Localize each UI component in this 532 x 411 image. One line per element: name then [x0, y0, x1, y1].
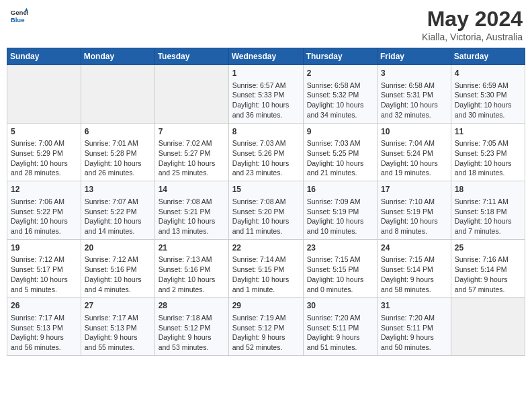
cell-text: Sunrise: 7:14 AM	[232, 255, 300, 265]
cell-text: and 25 minutes.	[159, 168, 225, 178]
cell-text: Sunset: 5:16 PM	[159, 265, 225, 275]
cell-text: and 8 minutes.	[381, 226, 447, 236]
cell-text: and 23 minutes.	[232, 168, 300, 178]
day-number: 8	[232, 126, 300, 138]
cell-text: and 57 minutes.	[455, 285, 521, 295]
cell-text: Daylight: 10 hours	[85, 275, 151, 285]
cell-text: Sunrise: 6:59 AM	[455, 81, 521, 91]
day-number: 12	[11, 184, 77, 195]
cell-text: Daylight: 10 hours	[307, 100, 373, 110]
cell-text: Daylight: 10 hours	[85, 216, 151, 226]
day-number: 1	[232, 68, 300, 79]
cell-text: Sunrise: 7:10 AM	[381, 197, 447, 207]
calendar-cell: 15Sunrise: 7:08 AMSunset: 5:20 PMDayligh…	[228, 181, 303, 240]
cell-text: Sunrise: 6:58 AM	[381, 81, 447, 91]
cell-text: Sunrise: 7:09 AM	[307, 197, 373, 207]
cell-text: Sunrise: 7:08 AM	[159, 197, 225, 207]
cell-text: and 11 minutes.	[232, 226, 300, 236]
cell-text: Sunrise: 6:58 AM	[307, 81, 373, 91]
cell-text: Sunset: 5:12 PM	[159, 323, 225, 333]
calendar-cell: 29Sunrise: 7:19 AMSunset: 5:12 PMDayligh…	[228, 298, 303, 356]
cell-text: Sunrise: 7:15 AM	[381, 255, 447, 265]
cell-text: and 50 minutes.	[381, 342, 447, 353]
cell-text: Daylight: 10 hours	[85, 158, 151, 169]
cell-text: and 0 minutes.	[307, 285, 373, 295]
cell-text: Daylight: 10 hours	[455, 100, 521, 110]
column-header-tuesday: Tuesday	[154, 48, 228, 65]
cell-text: and 13 minutes.	[159, 226, 225, 236]
cell-text: Sunrise: 7:04 AM	[381, 138, 447, 148]
cell-text: Sunrise: 7:20 AM	[307, 313, 373, 323]
cell-text: Sunset: 5:22 PM	[85, 207, 151, 217]
cell-text: Sunset: 5:16 PM	[85, 265, 151, 275]
week-row-3: 12Sunrise: 7:06 AMSunset: 5:22 PMDayligh…	[7, 181, 525, 240]
calendar-cell: 25Sunrise: 7:16 AMSunset: 5:14 PMDayligh…	[451, 239, 525, 298]
day-number: 28	[159, 300, 225, 312]
day-number: 26	[11, 300, 77, 312]
cell-text: Sunrise: 7:11 AM	[455, 197, 521, 207]
cell-text: Sunrise: 7:03 AM	[307, 138, 373, 148]
cell-text: and 26 minutes.	[85, 168, 151, 178]
cell-text: Daylight: 10 hours	[232, 158, 300, 169]
cell-text: Sunrise: 7:16 AM	[455, 255, 521, 265]
calendar-cell: 13Sunrise: 7:07 AMSunset: 5:22 PMDayligh…	[81, 181, 154, 240]
cell-text: Sunset: 5:17 PM	[11, 265, 77, 275]
calendar-cell: 30Sunrise: 7:20 AMSunset: 5:11 PMDayligh…	[303, 298, 377, 356]
cell-text: Sunset: 5:22 PM	[11, 207, 77, 217]
cell-text: Sunrise: 7:17 AM	[11, 313, 77, 323]
cell-text: and 36 minutes.	[232, 110, 300, 120]
cell-text: Sunrise: 7:07 AM	[85, 197, 151, 207]
calendar-cell: 14Sunrise: 7:08 AMSunset: 5:21 PMDayligh…	[154, 181, 228, 240]
calendar-cell: 22Sunrise: 7:14 AMSunset: 5:15 PMDayligh…	[228, 239, 303, 298]
cell-text: Daylight: 10 hours	[307, 216, 373, 226]
cell-text: and 18 minutes.	[455, 168, 521, 178]
cell-text: Daylight: 9 hours	[455, 275, 521, 285]
calendar-cell	[451, 298, 525, 356]
cell-text: Daylight: 10 hours	[11, 275, 77, 285]
logo: General Blue	[9, 7, 28, 26]
calendar-cell: 21Sunrise: 7:13 AMSunset: 5:16 PMDayligh…	[154, 239, 228, 298]
cell-text: Sunset: 5:18 PM	[455, 207, 521, 217]
cell-text: Sunset: 5:32 PM	[307, 90, 373, 100]
calendar-cell: 23Sunrise: 7:15 AMSunset: 5:15 PMDayligh…	[303, 239, 377, 298]
calendar-cell: 24Sunrise: 7:15 AMSunset: 5:14 PMDayligh…	[378, 239, 451, 298]
calendar-cell: 27Sunrise: 7:17 AMSunset: 5:13 PMDayligh…	[81, 298, 154, 356]
day-number: 13	[85, 184, 151, 195]
cell-text: and 16 minutes.	[11, 226, 77, 236]
cell-text: Daylight: 9 hours	[232, 332, 300, 342]
column-header-saturday: Saturday	[451, 48, 525, 65]
cell-text: Sunset: 5:23 PM	[455, 148, 521, 158]
cell-text: Sunrise: 7:05 AM	[455, 138, 521, 148]
day-number: 17	[381, 184, 447, 195]
cell-text: Sunrise: 7:01 AM	[85, 138, 151, 148]
cell-text: and 19 minutes.	[381, 168, 447, 178]
calendar-cell: 7Sunrise: 7:02 AMSunset: 5:27 PMDaylight…	[154, 123, 228, 181]
calendar-cell: 1Sunrise: 6:57 AMSunset: 5:33 PMDaylight…	[228, 65, 303, 124]
cell-text: Daylight: 9 hours	[307, 332, 373, 342]
location: Kialla, Victoria, Australia	[422, 32, 523, 42]
cell-text: and 53 minutes.	[159, 342, 225, 353]
day-number: 20	[85, 242, 151, 254]
cell-text: Sunset: 5:30 PM	[455, 90, 521, 100]
calendar-cell: 10Sunrise: 7:04 AMSunset: 5:24 PMDayligh…	[378, 123, 451, 181]
cell-text: Daylight: 9 hours	[381, 332, 447, 342]
cell-text: and 21 minutes.	[307, 168, 373, 178]
cell-text: and 14 minutes.	[85, 226, 151, 236]
day-number: 31	[381, 300, 447, 312]
day-number: 5	[11, 126, 77, 138]
cell-text: Daylight: 10 hours	[159, 216, 225, 226]
day-number: 24	[381, 242, 447, 254]
cell-text: and 5 minutes.	[11, 285, 77, 295]
calendar-cell: 11Sunrise: 7:05 AMSunset: 5:23 PMDayligh…	[451, 123, 525, 181]
week-row-5: 26Sunrise: 7:17 AMSunset: 5:13 PMDayligh…	[7, 298, 525, 356]
header-row: SundayMondayTuesdayWednesdayThursdayFrid…	[7, 48, 525, 65]
calendar-cell: 8Sunrise: 7:03 AMSunset: 5:26 PMDaylight…	[228, 123, 303, 181]
cell-text: and 1 minute.	[232, 285, 300, 295]
day-number: 21	[159, 242, 225, 254]
cell-text: and 52 minutes.	[232, 342, 300, 353]
day-number: 3	[381, 68, 447, 79]
cell-text: Daylight: 10 hours	[159, 275, 225, 285]
cell-text: Daylight: 10 hours	[159, 158, 225, 169]
day-number: 18	[455, 184, 521, 195]
cell-text: and 30 minutes.	[455, 110, 521, 120]
